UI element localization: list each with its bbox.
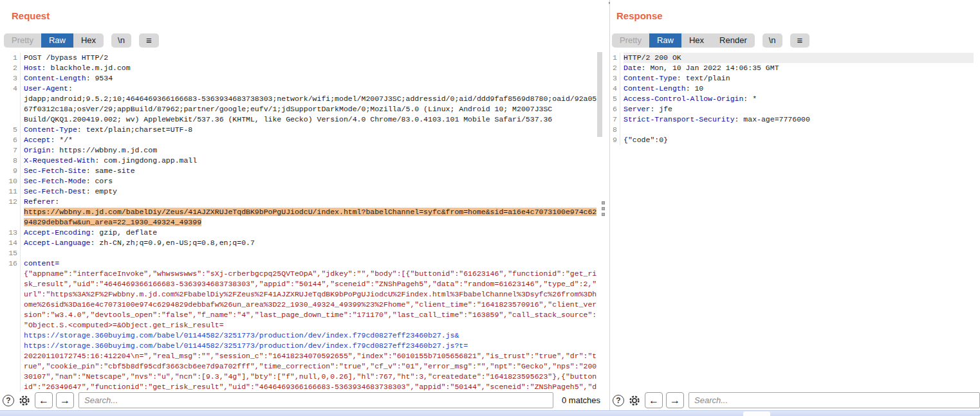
line-content: Content-Length: 9534 <box>24 73 603 84</box>
line-content: Origin: https://wbbny.m.jd.com <box>24 145 603 156</box>
tab-hex[interactable]: Hex <box>681 33 712 48</box>
line-number: 10 <box>0 176 21 186</box>
tab-hex[interactable]: Hex <box>73 33 104 48</box>
code-line: 3Content-Type: text/plain <box>610 73 974 84</box>
code-line: 2Host: blackhole.m.jd.com <box>0 63 603 73</box>
response-panel: Response PrettyRawHexRender \n≡ 1HTTP/2 … <box>610 0 980 410</box>
request-raw-editor[interactable]: 1POST /bypass HTTP/22Host: blackhole.m.j… <box>0 53 603 392</box>
line-number: 5 <box>0 125 21 135</box>
line-number: 2 <box>610 63 620 73</box>
code-line: sion":"w3.4.0","devtools_open":"false","… <box>0 310 603 320</box>
line-number <box>0 382 21 392</box>
line-number <box>0 361 21 372</box>
line-content <box>624 125 974 135</box>
tab-render[interactable]: Render <box>712 33 755 48</box>
line-number: 9 <box>0 166 21 176</box>
horizontal-scrollbar-thumb[interactable] <box>743 411 770 416</box>
tab-raw[interactable]: Raw <box>41 33 73 48</box>
gear-icon[interactable] <box>17 393 32 408</box>
line-number: 11 <box>0 186 21 197</box>
response-aux-tabs: \n≡ <box>755 33 810 48</box>
request-search-bar: ? ← → 0 matches <box>0 392 609 410</box>
line-content: Date: Mon, 10 Jan 2022 14:06:35 GMT <box>624 63 974 73</box>
line-content: Sec-Fetch-Site: same-site <box>24 166 603 176</box>
line-number <box>0 217 21 228</box>
code-line: sk_result","uid":"4646469366166683-53639… <box>0 279 603 289</box>
line-content: https://storage.360buyimg.com/babel/0114… <box>24 330 603 341</box>
splitter-handle[interactable] <box>602 201 605 216</box>
search-next-button[interactable]: → <box>666 392 684 408</box>
code-line: 6Server: jfe <box>610 104 974 114</box>
code-line: {"appname":"interfaceInvoke","whwswswws"… <box>0 269 603 279</box>
code-line: 15 <box>0 248 603 258</box>
line-content: POST /bypass HTTP/2 <box>24 53 603 63</box>
help-icon[interactable]: ? <box>3 395 14 406</box>
line-number <box>0 341 21 351</box>
line-content: HTTP/2 200 OK <box>624 53 974 63</box>
line-number: 8 <box>610 125 620 135</box>
line-number: 8 <box>0 156 21 166</box>
line-number <box>0 207 21 217</box>
code-line: https://storage.360buyimg.com/babel/0114… <box>0 330 603 341</box>
search-next-button[interactable]: → <box>56 392 74 408</box>
code-line: url":"https%3A%2F%2Fwbbny.m.jd.com%2Fbab… <box>0 289 603 300</box>
line-number <box>0 330 21 341</box>
gear-icon[interactable] <box>627 393 642 408</box>
line-number: 5 <box>610 94 620 104</box>
code-line: 16content= <box>0 258 603 269</box>
request-panel: Request PrettyRawHex \n≡ 1POST /bypass H… <box>0 0 609 410</box>
tab-pretty[interactable]: Pretty <box>4 33 41 48</box>
line-content: Referer: <box>24 197 603 207</box>
code-line: 9{"code":0} <box>610 135 974 145</box>
response-raw-editor[interactable]: 1HTTP/2 200 OK2Date: Mon, 10 Jan 2022 14… <box>610 53 974 392</box>
code-line: 6Accept: */* <box>0 135 603 145</box>
line-number: 13 <box>0 228 21 238</box>
line-number <box>0 104 21 114</box>
help-icon[interactable]: ? <box>613 395 624 406</box>
code-line: rue","cookie_pin":"cbf5b8df95cdf3663cb6e… <box>0 361 603 372</box>
tab-raw[interactable]: Raw <box>649 33 681 48</box>
code-line: 8 <box>610 125 974 135</box>
search-prev-button[interactable]: ← <box>35 392 53 408</box>
line-number: 2 <box>0 63 21 73</box>
request-search-input[interactable] <box>79 392 553 408</box>
line-number: 4 <box>0 84 21 94</box>
line-content: 20220110172745:16:412204\n=","real_msg":… <box>24 351 603 361</box>
request-vertical-scrollbar-thumb[interactable] <box>597 52 602 137</box>
search-prev-button[interactable]: ← <box>645 392 663 408</box>
response-search-input[interactable] <box>689 392 980 408</box>
tab-newline-view[interactable]: \n <box>763 33 782 48</box>
code-line: 2Date: Mon, 10 Jan 2022 14:06:35 GMT <box>610 63 974 73</box>
line-content: sk_result","uid":"4646469366166683-53639… <box>24 279 603 289</box>
line-content: Host: blackhole.m.jd.com <box>24 63 603 73</box>
code-line: id":"26349647","functionid":"get_risk_re… <box>0 382 603 392</box>
line-number <box>0 114 21 125</box>
code-line: 4User-Agent: <box>0 84 603 94</box>
code-line: jdapp;android;9.5.2;10;4646469366166683-… <box>0 94 603 104</box>
line-number <box>0 279 21 289</box>
code-line: 8X-Requested-With: com.jingdong.app.mall <box>0 156 603 166</box>
response-search-bar: ? ← → <box>610 392 980 410</box>
code-line: 1POST /bypass HTTP/2 <box>0 53 603 63</box>
code-line: 7Strict-Transport-Security: max-age=7776… <box>610 114 974 125</box>
menu-icon[interactable]: ≡ <box>139 33 159 48</box>
tab-pretty[interactable]: Pretty <box>612 33 649 48</box>
code-line: 12Referer: <box>0 197 603 207</box>
line-content: {"code":0} <box>624 135 974 145</box>
line-number: 7 <box>610 114 620 125</box>
line-content: url":"https%3A%2F%2Fwbbny.m.jd.com%2Fbab… <box>24 289 603 300</box>
code-line: "Object.S.<computed>=&Object.get_risk_re… <box>0 320 603 330</box>
line-number <box>0 300 21 310</box>
line-content: https://wbbny.m.jd.com/babelDiy/Zeus/41A… <box>24 207 603 217</box>
line-number: 7 <box>0 145 21 156</box>
tab-newline-view[interactable]: \n <box>111 33 131 48</box>
line-number: 6 <box>610 104 620 114</box>
line-content: 67f0312c18a;osVer/29;appBuild/87962;part… <box>24 104 603 114</box>
menu-icon[interactable]: ≡ <box>790 33 810 48</box>
line-content: Sec-Fetch-Mode: cors <box>24 176 603 186</box>
code-line: 94829debbafw&un_area=22_1930_49324_49399 <box>0 217 603 228</box>
line-content: "Object.S.<computed>=&Object.get_risk_re… <box>24 320 603 330</box>
line-number: 6 <box>0 135 21 145</box>
line-number <box>0 320 21 330</box>
line-content: Access-Control-Allow-Origin: * <box>624 94 974 104</box>
